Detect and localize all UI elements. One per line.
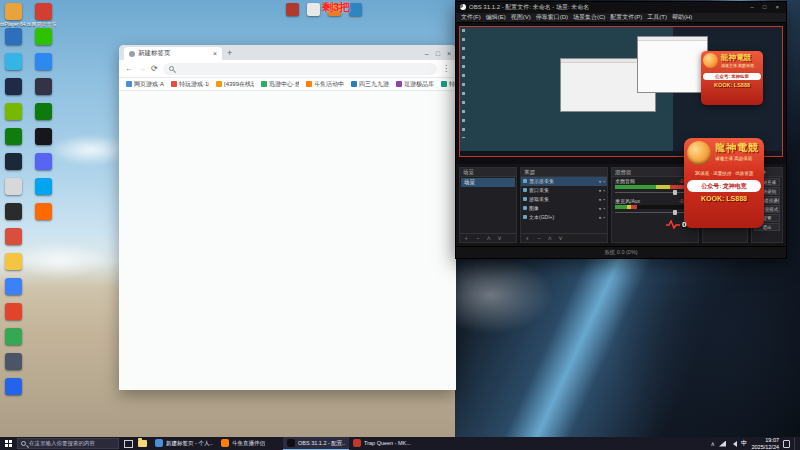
obs-menu-item[interactable]: 编辑(E) bbox=[484, 13, 508, 22]
eye-icon[interactable]: ● bbox=[599, 206, 602, 211]
obs-titlebar[interactable]: OBS 31.1.2 - 配置文件: 未命名 - 场景: 未命名 – □ × bbox=[456, 2, 786, 13]
address-bar[interactable] bbox=[163, 63, 437, 75]
start-button[interactable] bbox=[0, 437, 16, 450]
obs-menu-item[interactable]: 工具(T) bbox=[645, 13, 669, 22]
volume-icon[interactable] bbox=[730, 441, 737, 447]
desktop-icon[interactable] bbox=[35, 203, 52, 220]
system-usage-text: 系统 0.0 (0%) bbox=[604, 249, 637, 256]
desktop-icon[interactable] bbox=[5, 78, 22, 95]
reload-icon[interactable]: ⟳ bbox=[151, 64, 158, 73]
desktop-icon[interactable] bbox=[5, 378, 22, 395]
bookmark-item[interactable]: 网页游戏·AB游戏平台 bbox=[126, 80, 164, 89]
desktop-icon[interactable] bbox=[35, 153, 52, 170]
dragon-mascot-icon bbox=[687, 141, 711, 165]
tab-close-icon[interactable]: × bbox=[213, 50, 217, 57]
desktop-icon[interactable] bbox=[35, 103, 52, 120]
lock-icon[interactable]: ▪ bbox=[603, 206, 605, 211]
desktop-icon[interactable] bbox=[5, 328, 22, 345]
new-tab-button[interactable]: + bbox=[227, 47, 232, 60]
obs-menu-item[interactable]: 帮助(H) bbox=[670, 13, 694, 22]
source-row[interactable]: 游戏采集 ● ▪ bbox=[521, 195, 607, 204]
lock-icon[interactable]: ▪ bbox=[603, 179, 605, 184]
obs-menu-item[interactable]: 文件(F) bbox=[459, 13, 483, 22]
promo-overlay[interactable]: 龍神電競 诚邀主播 高薪保底 3K保底 · 流量扶持 · 优质资源 公众号: 龙… bbox=[684, 138, 764, 228]
source-row[interactable]: 文本(GDI+) ● ▪ bbox=[521, 213, 607, 222]
input-method-indicator[interactable]: 中 bbox=[741, 439, 748, 448]
taskbar-app-button[interactable]: 新建标签页 - 个人... bbox=[151, 437, 217, 450]
volume-slider[interactable] bbox=[615, 190, 695, 195]
browser-menu-icon[interactable]: ⋮ bbox=[442, 64, 450, 73]
desktop-icon[interactable] bbox=[5, 153, 22, 170]
desktop-icon[interactable] bbox=[5, 128, 22, 145]
lock-icon[interactable]: ▪ bbox=[603, 188, 605, 193]
forward-icon[interactable]: → bbox=[138, 64, 146, 73]
eye-icon[interactable]: ● bbox=[599, 179, 602, 184]
desktop-icon[interactable] bbox=[307, 3, 320, 16]
desktop-icon[interactable] bbox=[35, 3, 52, 20]
desktop-icon[interactable] bbox=[5, 28, 22, 45]
taskbar-app-button[interactable]: Trap Queen - MK... bbox=[349, 437, 415, 450]
desktop-icon[interactable] bbox=[35, 53, 52, 70]
lock-icon[interactable]: ▪ bbox=[603, 197, 605, 202]
desktop-icon[interactable] bbox=[5, 253, 22, 270]
source-row[interactable]: 显示器采集 ● ▪ bbox=[521, 177, 607, 186]
new-tab-page[interactable] bbox=[119, 91, 456, 390]
bookmark-item[interactable]: 四三九九游戏 bbox=[351, 80, 389, 89]
taskbar-search[interactable]: 在这里输入你要搜索的内容 bbox=[17, 438, 119, 449]
notification-center-icon[interactable] bbox=[783, 440, 790, 448]
clock[interactable]: 19:07 2025/12/24 bbox=[751, 437, 779, 450]
desktop-icon[interactable] bbox=[5, 303, 22, 320]
show-desktop-button[interactable] bbox=[794, 437, 798, 450]
desktop-icon[interactable] bbox=[35, 28, 52, 45]
desktop-icon[interactable] bbox=[5, 353, 22, 370]
minimize-button[interactable]: – bbox=[425, 50, 429, 57]
eye-icon[interactable]: ● bbox=[599, 215, 602, 220]
search-placeholder: 在这里输入你要搜索的内容 bbox=[29, 440, 95, 447]
desktop-icon[interactable] bbox=[5, 103, 22, 120]
desktop-icon[interactable] bbox=[286, 3, 299, 16]
desktop-icon[interactable] bbox=[5, 228, 22, 245]
bookmark-item[interactable]: [4399在线玩平台] bbox=[216, 80, 254, 89]
maximize-button[interactable]: □ bbox=[436, 50, 440, 57]
taskbar-app-button[interactable]: 斗鱼直播伴侣 bbox=[217, 437, 283, 450]
app-icon bbox=[155, 439, 163, 447]
close-button[interactable]: × bbox=[447, 50, 451, 57]
obs-menu-item[interactable]: 停靠窗口(D) bbox=[534, 13, 570, 22]
minimize-button[interactable]: – bbox=[748, 4, 757, 10]
desktop-icon[interactable] bbox=[35, 78, 52, 95]
desktop-icon[interactable] bbox=[5, 53, 22, 70]
obs-menu-item[interactable]: 配置文件(P) bbox=[608, 13, 644, 22]
desktop-icon[interactable] bbox=[35, 128, 52, 145]
bookmark-item[interactable]: 逗游极品库·分享 bbox=[396, 80, 434, 89]
file-explorer-icon[interactable] bbox=[138, 440, 147, 447]
taskbar-app-button[interactable]: OBS 31.1.2 - 配置... bbox=[283, 437, 349, 450]
desktop-icon[interactable] bbox=[5, 203, 22, 220]
network-icon[interactable] bbox=[719, 441, 726, 447]
volume-slider[interactable] bbox=[615, 210, 695, 215]
sources-toolbar[interactable]: ＋ － ∧ ∨ bbox=[521, 233, 607, 242]
tray-chevron-up-icon[interactable]: ∧ bbox=[711, 440, 715, 447]
maximize-button[interactable]: □ bbox=[760, 4, 770, 10]
source-row[interactable]: 图像 ● ▪ bbox=[521, 204, 607, 213]
desktop-icon[interactable] bbox=[5, 178, 22, 195]
desktop-icon[interactable] bbox=[5, 278, 22, 295]
eye-icon[interactable]: ● bbox=[599, 197, 602, 202]
desktop-icon[interactable] bbox=[349, 3, 362, 16]
task-view-icon[interactable] bbox=[124, 440, 133, 448]
desktop-icon[interactable] bbox=[35, 178, 52, 195]
scene-row[interactable]: 场景 bbox=[461, 178, 515, 187]
bookmark-item[interactable]: 特玩游戏·超好玩 bbox=[441, 80, 456, 89]
bookmark-item[interactable]: 迅游中心·热血顶M bbox=[261, 80, 299, 89]
back-icon[interactable]: ← bbox=[125, 64, 133, 73]
bookmark-item[interactable]: 斗鱼活动中心 bbox=[306, 80, 344, 89]
close-button[interactable]: × bbox=[772, 4, 782, 10]
source-row[interactable]: 窗口采集 ● ▪ bbox=[521, 186, 607, 195]
bookmark-item[interactable]: 特玩游戏·18游戏下载 bbox=[171, 80, 209, 89]
lock-icon[interactable]: ▪ bbox=[603, 215, 605, 220]
obs-menu-item[interactable]: 视图(V) bbox=[509, 13, 533, 22]
desktop-icon[interactable] bbox=[5, 3, 22, 20]
eye-icon[interactable]: ● bbox=[599, 188, 602, 193]
obs-menu-item[interactable]: 场景集合(C) bbox=[571, 13, 607, 22]
browser-tab[interactable]: 新建标签页 × bbox=[124, 47, 222, 60]
scenes-toolbar[interactable]: ＋ － ∧ ∨ bbox=[460, 233, 516, 242]
